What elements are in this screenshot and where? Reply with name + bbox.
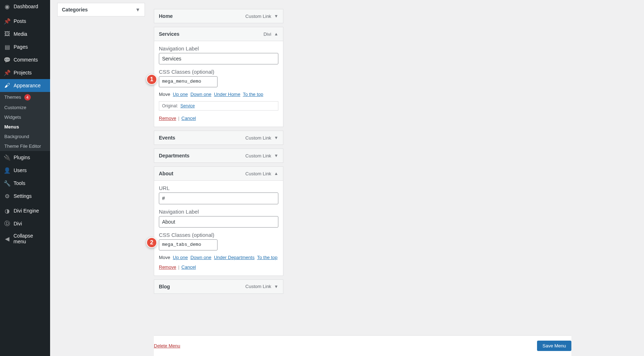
categories-metabox: Categories ▼ [57,3,145,16]
plugin-icon: 🔌 [4,154,11,161]
url-label: URL [159,185,278,191]
item-actions: Remove | Cancel [159,264,278,270]
wrench-icon: 🔧 [4,180,11,187]
nav-label-label: Navigation Label [159,45,278,52]
submenu-menus[interactable]: Menus [0,122,50,132]
sidebar-item-media[interactable]: 🖼 Media [0,28,50,40]
sidebar-collapse[interactable]: ◀ Collapse menu [0,230,50,247]
item-actions: Remove | Cancel [159,116,278,121]
menu-item-title: Departments [159,153,190,159]
url-input[interactable] [159,192,278,204]
css-classes-input[interactable] [159,76,218,87]
chevron-up-icon[interactable]: ▲ [274,31,278,36]
menu-item-body: URL Navigation Label CSS Classes (option… [154,180,283,275]
sidebar-label: Pages [14,44,28,50]
move-up-link[interactable]: Up one [173,92,188,97]
menu-item-body: Navigation Label CSS Classes (optional) … [154,41,283,127]
nav-label-label: Navigation Label [159,209,278,215]
sidebar-item-appearance[interactable]: 🖌 Appearance [0,79,50,92]
move-top-link[interactable]: To the top [243,92,263,97]
chevron-down-icon[interactable]: ▼ [274,153,278,158]
sidebar-label: Plugins [14,155,30,160]
move-under-link[interactable]: Under Home [214,92,240,97]
menu-item-about[interactable]: About Custom Link ▲ URL Navigation Label… [154,166,283,276]
menu-item-home[interactable]: Home Custom Link ▼ [154,9,283,23]
cancel-link[interactable]: Cancel [181,264,196,270]
sidebar-item-projects[interactable]: 📌 Projects [0,66,50,79]
move-top-link[interactable]: To the top [257,255,277,260]
chevron-down-icon[interactable]: ▼ [274,14,278,19]
menu-item-services[interactable]: Services Divi ▲ Navigation Label CSS Cla… [154,27,283,127]
css-classes-label: CSS Classes (optional) [159,232,278,238]
menu-structure: Home Custom Link ▼ Services Divi ▲ [154,0,571,297]
delete-menu-link[interactable]: Delete Menu [154,343,180,348]
menu-item-type: Custom Link [245,135,271,141]
menu-item-title: About [159,171,173,176]
menu-item-departments[interactable]: Departments Custom Link ▼ [154,148,283,163]
sidebar-item-comments[interactable]: 💬 Comments [0,53,50,66]
sidebar-item-divi-engine[interactable]: ◑ Divi Engine [0,204,50,217]
css-classes-label: CSS Classes (optional) [159,69,278,75]
sidebar-item-posts[interactable]: 📌 Posts [0,15,50,28]
menu-item-type: Custom Link [245,14,271,19]
move-down-link[interactable]: Down one [190,255,211,260]
nav-label-input[interactable] [159,216,278,228]
menu-item-type: Custom Link [245,153,271,159]
comments-icon: 💬 [4,56,11,63]
sidebar-label: Divi [14,221,22,226]
sidebar-label: Projects [14,70,32,75]
submenu-customize[interactable]: Customize [0,103,50,112]
update-badge: 4 [24,94,31,101]
sidebar-label: Media [14,31,27,37]
menu-item-type: Custom Link [245,284,271,289]
sidebar-item-tools[interactable]: 🔧 Tools [0,177,50,190]
categories-header[interactable]: Categories ▼ [58,3,145,16]
sidebar-item-pages[interactable]: ▤ Pages [0,40,50,53]
remove-link[interactable]: Remove [159,116,176,121]
css-classes-input[interactable] [159,239,218,250]
cancel-link[interactable]: Cancel [181,116,196,121]
sliders-icon: ⚙ [4,192,11,200]
user-icon: 👤 [4,167,11,174]
submenu-themes[interactable]: Themes 4 [0,92,50,103]
nav-label-input[interactable] [159,53,278,64]
move-up-link[interactable]: Up one [173,255,188,260]
chevron-down-icon[interactable]: ▼ [274,284,278,289]
remove-link[interactable]: Remove [159,264,176,270]
submenu-background[interactable]: Background [0,132,50,141]
menu-item-header[interactable]: Departments Custom Link ▼ [154,149,283,162]
submenu-theme-file-editor[interactable]: Theme File Editor [0,141,50,151]
sidebar-item-dashboard[interactable]: ◉ Dashboard [0,0,50,13]
chevron-down-icon[interactable]: ▼ [135,7,140,13]
chevron-up-icon[interactable]: ▲ [274,171,278,176]
sidebar-label: Users [14,167,27,173]
menu-item-header[interactable]: Blog Custom Link ▼ [154,280,283,293]
menu-item-blog[interactable]: Blog Custom Link ▼ [154,279,283,294]
sidebar-label: Tools [14,180,25,186]
sidebar-item-plugins[interactable]: 🔌 Plugins [0,151,50,164]
brush-icon: 🖌 [4,82,11,89]
divi-engine-icon: ◑ [4,207,11,214]
menu-item-title: Home [159,13,173,19]
pin-icon: 📌 [4,18,11,25]
sidebar-item-divi[interactable]: Ⓓ Divi [0,217,50,230]
move-down-link[interactable]: Down one [190,92,211,97]
pages-icon: ▤ [4,43,11,50]
content-area: Categories ▼ Home Custom Link ▼ Services [50,0,644,356]
categories-title: Categories [62,7,88,13]
menu-item-header[interactable]: Home Custom Link ▼ [154,9,283,23]
original-link[interactable]: Service [180,103,195,108]
save-menu-button[interactable]: Save Menu [537,341,571,351]
menu-item-events[interactable]: Events Custom Link ▼ [154,131,283,145]
sidebar-item-settings[interactable]: ⚙ Settings [0,190,50,203]
sidebar-label: Divi Engine [14,208,39,214]
appearance-submenu: Themes 4 Customize Widgets Menus Backgro… [0,92,50,151]
sidebar-item-users[interactable]: 👤 Users [0,164,50,177]
move-under-link[interactable]: Under Departments [214,255,254,260]
menu-item-header[interactable]: Services Divi ▲ [154,27,283,41]
submenu-widgets[interactable]: Widgets [0,112,50,122]
menu-item-header[interactable]: Events Custom Link ▼ [154,131,283,145]
pin-icon: 📌 [4,69,11,76]
chevron-down-icon[interactable]: ▼ [274,135,278,140]
menu-item-header[interactable]: About Custom Link ▲ [154,167,283,180]
